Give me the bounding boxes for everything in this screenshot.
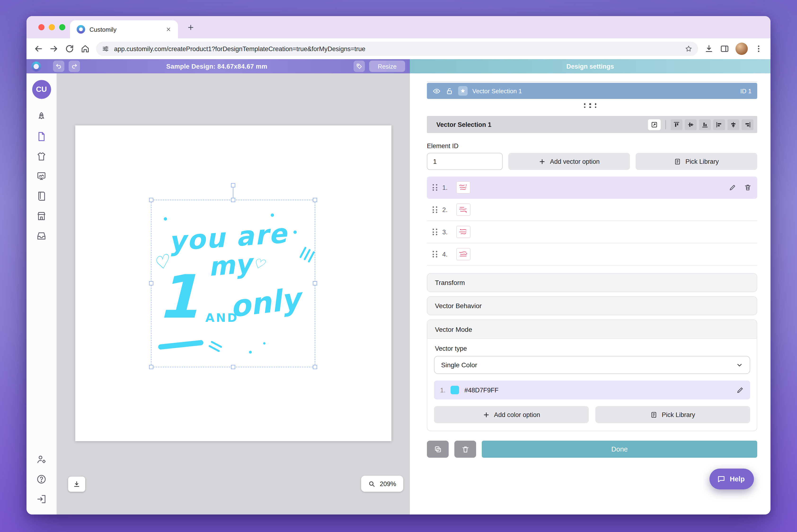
- drag-handle-icon[interactable]: [433, 251, 437, 258]
- app-top-bar: Sample Design: 84.67x84.67 mm Resize Des…: [26, 59, 771, 73]
- trash-icon[interactable]: [744, 184, 752, 191]
- shirt-icon[interactable]: [32, 147, 51, 165]
- vector-option-row[interactable]: 3.: [427, 221, 757, 243]
- book-icon[interactable]: [32, 187, 51, 205]
- download-design-button[interactable]: [68, 477, 85, 492]
- app-body: CU: [26, 73, 771, 514]
- element-id-input[interactable]: [427, 153, 502, 170]
- unlock-icon[interactable]: [445, 87, 453, 95]
- artwork-line1: you are: [168, 218, 288, 257]
- resize-handle-w[interactable]: [149, 281, 153, 285]
- profile-avatar[interactable]: [736, 43, 748, 55]
- scale-icon[interactable]: [648, 119, 661, 130]
- resize-handle-nw[interactable]: [149, 198, 153, 202]
- vector-mode-section[interactable]: Vector Mode: [428, 320, 757, 339]
- file-icon[interactable]: [32, 127, 51, 145]
- resize-handle-se[interactable]: [313, 365, 317, 369]
- delete-button[interactable]: [454, 441, 476, 458]
- download-icon[interactable]: [704, 44, 714, 54]
- resize-handle-sw[interactable]: [149, 365, 153, 369]
- close-window-button[interactable]: [38, 24, 44, 30]
- pick-library-button[interactable]: Pick Library: [635, 153, 757, 170]
- done-button[interactable]: Done: [482, 441, 757, 458]
- reload-icon[interactable]: [65, 44, 74, 54]
- dot-decoration: [249, 351, 252, 354]
- option-thumbnail[interactable]: [456, 248, 470, 260]
- vector-options-list: 1. 2.: [427, 176, 757, 266]
- color-option-row[interactable]: 1. #48D7F9FF: [434, 381, 750, 399]
- bookmark-star-icon[interactable]: [685, 45, 692, 53]
- plus-icon: [482, 411, 490, 418]
- vector-type-value: Single Color: [441, 361, 477, 369]
- tag-icon[interactable]: [354, 61, 365, 72]
- align-left-icon[interactable]: [713, 119, 725, 130]
- drag-handle-icon[interactable]: [583, 103, 597, 108]
- align-middle-icon[interactable]: [685, 119, 697, 130]
- vector-option-row[interactable]: 2.: [427, 199, 757, 221]
- resize-handle-e[interactable]: [313, 281, 317, 285]
- align-center-icon[interactable]: [727, 119, 739, 130]
- forward-icon[interactable]: [49, 44, 59, 54]
- question-icon[interactable]: [32, 470, 51, 488]
- kebab-menu-icon[interactable]: [754, 44, 763, 54]
- align-top-icon[interactable]: [671, 119, 682, 130]
- rotate-handle[interactable]: [231, 183, 235, 187]
- resize-handle-s[interactable]: [231, 365, 235, 369]
- vector-behavior-section[interactable]: Vector Behavior: [427, 296, 757, 315]
- site-settings-icon[interactable]: [102, 45, 109, 53]
- exit-icon[interactable]: [32, 490, 51, 508]
- back-icon[interactable]: [34, 44, 43, 54]
- resize-handle-ne[interactable]: [313, 198, 317, 202]
- tab-close-icon[interactable]: [165, 25, 172, 33]
- resize-handle-n[interactable]: [231, 198, 235, 202]
- drag-handle-icon[interactable]: [433, 206, 437, 213]
- search-icon: [368, 480, 376, 487]
- option-thumbnail[interactable]: [456, 226, 470, 238]
- address-bar[interactable]: app.customily.com/createProduct1?forDesi…: [96, 42, 698, 56]
- transform-section[interactable]: Transform: [427, 273, 757, 292]
- vector-type-select[interactable]: Single Color: [434, 356, 750, 374]
- resize-button[interactable]: Resize: [369, 61, 405, 72]
- user-gear-icon[interactable]: [32, 450, 51, 468]
- star-icon[interactable]: [458, 86, 468, 96]
- align-bottom-icon[interactable]: [699, 119, 711, 130]
- help-label: Help: [730, 475, 745, 483]
- layer-row-vector-selection[interactable]: Vector Selection 1 ID 1: [427, 83, 757, 99]
- home-icon[interactable]: [80, 44, 90, 54]
- tray-icon[interactable]: [32, 227, 51, 245]
- new-tab-button[interactable]: [187, 23, 195, 32]
- drag-handle-icon[interactable]: [433, 229, 437, 235]
- zoom-control[interactable]: 209%: [361, 476, 403, 492]
- undo-button[interactable]: [53, 61, 64, 72]
- design-settings-panel: Vector Selection 1 ID 1 Vector Selection…: [410, 73, 771, 514]
- pencil-icon[interactable]: [736, 386, 744, 394]
- pencil-icon[interactable]: [729, 184, 736, 191]
- add-color-option-button[interactable]: Add color option: [434, 406, 589, 423]
- design-canvas[interactable]: you are ♡ my ♡ 1 AND only: [57, 73, 410, 514]
- browser-tab[interactable]: Customily: [70, 20, 178, 38]
- rocket-icon[interactable]: [32, 108, 51, 126]
- side-panel-icon[interactable]: [720, 44, 729, 54]
- option-thumbnail[interactable]: [456, 181, 470, 194]
- redo-button[interactable]: [69, 61, 80, 72]
- vector-option-row[interactable]: 4.: [427, 243, 757, 266]
- align-right-icon[interactable]: [742, 119, 754, 130]
- pick-library-color-button[interactable]: Pick Library: [595, 406, 750, 423]
- add-vector-option-button[interactable]: Add vector option: [508, 153, 630, 170]
- url-text[interactable]: app.customily.com/createProduct1?forDesi…: [114, 45, 680, 52]
- eye-icon[interactable]: [433, 87, 441, 95]
- vector-option-row[interactable]: 1.: [427, 176, 757, 199]
- drag-handle-icon[interactable]: [433, 184, 437, 191]
- option-thumbnail[interactable]: [456, 204, 470, 216]
- artboard[interactable]: you are ♡ my ♡ 1 AND only: [75, 126, 392, 441]
- duplicate-button[interactable]: [427, 441, 449, 458]
- help-button[interactable]: Help: [709, 469, 754, 489]
- account-avatar[interactable]: CU: [32, 80, 51, 99]
- monitor-icon[interactable]: [32, 167, 51, 185]
- store-icon[interactable]: [32, 207, 51, 225]
- minimize-window-button[interactable]: [49, 24, 55, 30]
- selection-box[interactable]: you are ♡ my ♡ 1 AND only: [151, 200, 315, 367]
- zoom-window-button[interactable]: [59, 24, 65, 30]
- color-swatch[interactable]: [451, 386, 459, 394]
- heart-icon: ♡: [151, 250, 172, 275]
